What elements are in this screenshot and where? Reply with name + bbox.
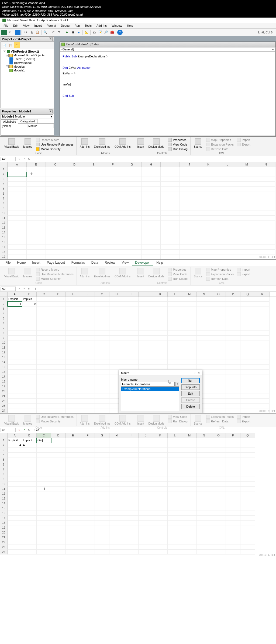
cell[interactable] xyxy=(240,525,255,530)
cell[interactable] xyxy=(80,350,95,355)
cell[interactable] xyxy=(51,472,66,477)
cell[interactable] xyxy=(95,472,109,477)
cell[interactable] xyxy=(80,540,95,545)
tree-sheet1[interactable]: Sheet1 (Sheet1) xyxy=(2,57,53,61)
macros-button[interactable]: Macros xyxy=(22,138,34,149)
cell[interactable] xyxy=(109,311,124,316)
menu-window[interactable]: Window xyxy=(109,23,124,28)
cell[interactable] xyxy=(218,240,237,245)
enter-icon[interactable]: ✓ xyxy=(22,428,26,432)
cell[interactable] xyxy=(226,540,240,545)
cell[interactable] xyxy=(22,457,37,462)
cell[interactable] xyxy=(255,321,270,326)
cell[interactable] xyxy=(51,394,66,399)
cell[interactable] xyxy=(139,453,153,457)
row-header[interactable]: 3 xyxy=(0,306,8,311)
cell[interactable] xyxy=(8,389,22,394)
cell[interactable] xyxy=(218,235,237,240)
cell[interactable] xyxy=(139,365,153,370)
cell[interactable] xyxy=(153,487,168,491)
row-header[interactable]: 2 xyxy=(0,302,8,306)
menu-help[interactable]: Help xyxy=(125,23,135,28)
cell[interactable] xyxy=(8,240,27,245)
cell[interactable] xyxy=(218,191,237,196)
cell[interactable] xyxy=(122,177,142,182)
col-header[interactable]: G xyxy=(122,162,142,167)
cell[interactable] xyxy=(8,221,27,225)
cell[interactable] xyxy=(197,530,211,535)
cell[interactable] xyxy=(197,336,211,340)
cell[interactable] xyxy=(168,438,182,443)
row-header[interactable]: 19 xyxy=(0,254,8,259)
enter-icon[interactable]: ✓ xyxy=(22,287,26,291)
cell[interactable] xyxy=(226,321,240,326)
cell[interactable] xyxy=(180,250,199,254)
cell[interactable] xyxy=(46,177,65,182)
cell[interactable] xyxy=(109,448,124,453)
cell[interactable] xyxy=(95,389,109,394)
col-header[interactable]: G xyxy=(95,433,109,438)
cell[interactable] xyxy=(255,331,270,336)
fx-icon[interactable]: fx xyxy=(27,428,31,432)
cell[interactable] xyxy=(80,530,95,535)
cell[interactable] xyxy=(109,550,124,555)
tab-insert[interactable]: Insert xyxy=(29,260,43,266)
cell[interactable] xyxy=(168,457,182,462)
col-header[interactable]: B xyxy=(22,433,37,438)
row-header[interactable]: 14 xyxy=(0,501,8,506)
cell[interactable] xyxy=(51,331,66,336)
cell[interactable] xyxy=(226,438,240,443)
col-header[interactable]: F xyxy=(103,162,122,167)
cell[interactable] xyxy=(66,399,80,404)
col-header[interactable]: I xyxy=(124,292,139,297)
cell[interactable] xyxy=(22,345,37,350)
cell[interactable] xyxy=(80,394,95,399)
cell[interactable] xyxy=(142,245,161,250)
cell[interactable] xyxy=(240,496,255,501)
cell[interactable] xyxy=(211,336,226,340)
cell[interactable] xyxy=(255,379,270,384)
cell[interactable] xyxy=(199,221,218,225)
cell[interactable] xyxy=(8,482,22,487)
cell[interactable] xyxy=(51,345,66,350)
cell[interactable] xyxy=(255,394,270,399)
cell[interactable] xyxy=(197,482,211,487)
cell[interactable] xyxy=(122,182,142,187)
cell[interactable] xyxy=(180,177,199,182)
cell[interactable] xyxy=(168,302,182,306)
cell[interactable] xyxy=(255,316,270,321)
cell[interactable] xyxy=(109,540,124,545)
cell[interactable] xyxy=(51,326,66,331)
cell[interactable] xyxy=(80,545,95,550)
import-button[interactable]: Import xyxy=(236,138,251,142)
row-header[interactable]: 12 xyxy=(0,350,8,355)
step-into-button[interactable]: Step Into xyxy=(181,384,200,390)
cell[interactable] xyxy=(255,350,270,355)
cell[interactable] xyxy=(51,336,66,340)
cell[interactable] xyxy=(211,360,226,365)
cell[interactable] xyxy=(197,306,211,311)
row-header[interactable]: 21 xyxy=(0,394,8,399)
row-header[interactable]: 18 xyxy=(0,521,8,525)
cell[interactable] xyxy=(240,336,255,340)
cell[interactable] xyxy=(142,240,161,245)
cell[interactable] xyxy=(22,477,37,482)
cell[interactable] xyxy=(182,316,197,321)
cell[interactable] xyxy=(153,306,168,311)
cell[interactable] xyxy=(66,297,80,302)
cell[interactable] xyxy=(46,230,65,235)
cell[interactable] xyxy=(226,535,240,540)
cell[interactable] xyxy=(211,404,226,408)
cell[interactable] xyxy=(103,206,122,211)
cell[interactable] xyxy=(37,394,51,399)
cell[interactable] xyxy=(22,482,37,487)
formula-bar[interactable] xyxy=(33,159,275,159)
cell[interactable] xyxy=(256,235,275,240)
cell[interactable] xyxy=(109,535,124,540)
cell[interactable] xyxy=(226,477,240,482)
col-header[interactable]: J xyxy=(139,433,153,438)
cell[interactable] xyxy=(124,443,139,448)
cell[interactable] xyxy=(240,472,255,477)
cell[interactable] xyxy=(66,443,80,448)
row-header[interactable]: 7 xyxy=(0,467,8,472)
